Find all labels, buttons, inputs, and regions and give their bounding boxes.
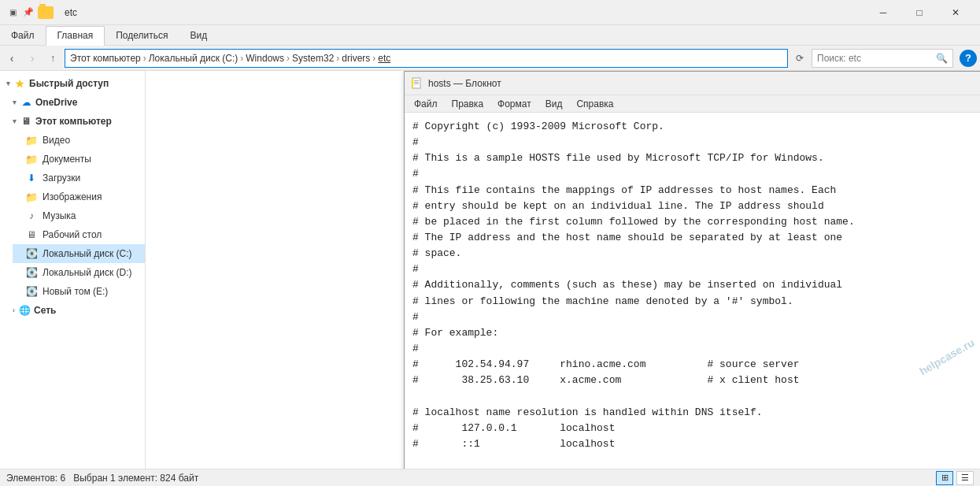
svg-rect-3 <box>414 83 419 84</box>
sidebar-item-d-drive[interactable]: 💽 Локальный диск (D:) <box>13 263 145 282</box>
forward-button[interactable]: › <box>24 50 41 67</box>
sidebar-section-items: ▾ ☁ OneDrive ▾ 🖥 Этот компьютер 📁 Видео … <box>0 93 145 320</box>
address-path[interactable]: Этот компьютер › Локальный диск (C:) › W… <box>65 49 788 68</box>
maximize-button[interactable]: □ <box>901 0 937 25</box>
chevron-right-icon-network: › <box>13 306 15 314</box>
network-icon: 🌐 <box>18 304 31 317</box>
breadcrumb-drivers[interactable]: drivers <box>342 53 370 64</box>
folder-icon-title <box>38 6 54 19</box>
sidebar-images-label: Изображения <box>43 191 102 202</box>
view-controls: ⊞ ☰ <box>936 471 974 485</box>
sidebar-d-drive-label: Локальный диск (D:) <box>43 267 132 278</box>
music-icon: ♪ <box>25 210 38 222</box>
search-box[interactable]: 🔍 <box>812 49 953 68</box>
sidebar-item-desktop[interactable]: 🖥 Рабочий стол <box>13 225 145 244</box>
breadcrumb-drive[interactable]: Локальный диск (C:) <box>149 53 239 64</box>
desktop-icon: 🖥 <box>25 228 38 241</box>
close-button[interactable]: ✕ <box>937 0 974 25</box>
sidebar-item-video[interactable]: 📁 Видео <box>13 131 145 150</box>
breadcrumb-system32[interactable]: System32 <box>292 53 334 64</box>
sidebar-item-c-drive[interactable]: 💽 Локальный диск (C:) <box>13 244 145 263</box>
notepad-menu-help[interactable]: Справка <box>570 97 619 111</box>
tab-home[interactable]: Главная <box>46 26 105 46</box>
refresh-button[interactable]: ⟳ <box>791 50 808 67</box>
quick-access-label: Быстрый доступ <box>29 78 109 89</box>
sidebar-downloads-label: Загрузки <box>43 173 80 184</box>
title-bar: ▣ 📌 etc ─ □ ✕ <box>0 0 980 25</box>
sidebar-item-images[interactable]: 📁 Изображения <box>13 187 145 206</box>
main-area: ▾ ★ Быстрый доступ ▾ ☁ OneDrive ▾ 🖥 Этот… <box>0 71 980 469</box>
sidebar-onedrive[interactable]: ▾ ☁ OneDrive <box>6 93 145 112</box>
notepad-title-bar: hosts — Блокнот ─ □ ✕ <box>405 72 980 95</box>
folder-icon-documents: 📁 <box>25 153 38 165</box>
system-menu-icon[interactable]: ▣ <box>6 6 19 19</box>
search-icon: 🔍 <box>936 53 948 64</box>
notepad-window: hosts — Блокнот ─ □ ✕ Файл Правка Формат… <box>404 71 980 469</box>
svg-rect-2 <box>414 82 419 83</box>
sidebar-video-label: Видео <box>43 135 70 146</box>
address-bar: ‹ › ↑ Этот компьютер › Локальный диск (C… <box>0 46 980 71</box>
tab-file[interactable]: Файл <box>0 25 46 45</box>
sidebar: ▾ ★ Быстрый доступ ▾ ☁ OneDrive ▾ 🖥 Этот… <box>0 71 146 469</box>
back-button[interactable]: ‹ <box>3 50 20 67</box>
tab-view[interactable]: Вид <box>179 25 218 45</box>
breadcrumb-windows[interactable]: Windows <box>246 53 284 64</box>
tab-share[interactable]: Поделиться <box>105 25 179 45</box>
notepad-menu-format[interactable]: Формат <box>491 97 538 111</box>
ribbon: Файл Главная Поделиться Вид <box>0 25 980 46</box>
sidebar-quick-access[interactable]: ▾ ★ Быстрый доступ <box>0 74 145 93</box>
computer-subitems: 📁 Видео 📁 Документы ⬇ Загрузки 📁 Изображ… <box>6 131 145 301</box>
notepad-menu: Файл Правка Формат Вид Справка <box>405 95 980 113</box>
up-button[interactable]: ↑ <box>44 50 61 67</box>
drive-icon-e: 💽 <box>25 285 38 298</box>
this-computer-label: Этот компьютер <box>35 116 112 127</box>
drive-icon-c: 💽 <box>25 247 38 260</box>
svg-rect-4 <box>412 79 413 87</box>
sidebar-item-e-drive[interactable]: 💽 Новый том (E:) <box>13 282 145 301</box>
notepad-title: hosts — Блокнот <box>428 78 976 89</box>
list-view-button[interactable]: ☰ <box>956 471 974 485</box>
notepad-menu-view[interactable]: Вид <box>539 97 569 111</box>
onedrive-label: OneDrive <box>35 97 77 108</box>
notepad-menu-edit[interactable]: Правка <box>446 97 490 111</box>
sidebar-this-computer[interactable]: ▾ 🖥 Этот компьютер <box>6 112 145 131</box>
title-bar-window-icons: ▣ 📌 <box>6 6 58 19</box>
folder-icon-video: 📁 <box>25 134 38 147</box>
help-button[interactable]: ? <box>960 50 977 67</box>
breadcrumb-current[interactable]: etc <box>378 53 390 64</box>
drive-icon-d: 💽 <box>25 266 38 279</box>
sidebar-network[interactable]: › 🌐 Сеть <box>6 301 145 320</box>
sidebar-item-downloads[interactable]: ⬇ Загрузки <box>13 169 145 187</box>
svg-rect-0 <box>412 78 420 88</box>
notepad-menu-file[interactable]: Файл <box>408 97 444 111</box>
folder-icon-images: 📁 <box>25 191 38 203</box>
status-selected: Выбран 1 элемент: 824 байт <box>73 473 198 484</box>
computer-icon: 🖥 <box>20 115 32 128</box>
network-label: Сеть <box>34 305 56 316</box>
minimize-button[interactable]: ─ <box>865 0 901 25</box>
sidebar-item-music[interactable]: ♪ Музыка <box>13 206 145 225</box>
download-icon: ⬇ <box>25 172 38 184</box>
window-controls: ─ □ ✕ <box>865 0 974 25</box>
sidebar-documents-label: Документы <box>43 154 91 165</box>
status-bar: Элементов: 6 Выбран 1 элемент: 824 байт … <box>0 469 980 486</box>
sidebar-c-drive-label: Локальный диск (C:) <box>43 248 132 259</box>
notepad-minimize-button[interactable]: ─ <box>976 74 980 93</box>
chevron-icon: ▾ <box>13 98 17 106</box>
chevron-down-icon-computer: ▾ <box>13 117 17 125</box>
grid-view-button[interactable]: ⊞ <box>936 471 953 485</box>
breadcrumb-computer[interactable]: Этот компьютер <box>70 53 141 64</box>
sidebar-item-documents[interactable]: 📁 Документы <box>13 150 145 169</box>
notepad-app-icon <box>411 77 423 90</box>
svg-rect-1 <box>414 80 419 81</box>
search-input[interactable] <box>817 53 936 64</box>
content-area: hosts hosts — Блокнот ─ □ ✕ Файл Пр <box>146 71 980 469</box>
window-title: etc <box>65 7 865 18</box>
star-icon: ★ <box>13 77 26 90</box>
sidebar-e-drive-label: Новый том (E:) <box>43 286 108 297</box>
notepad-content[interactable]: # Copyright (c) 1993-2009 Microsoft Corp… <box>405 113 980 469</box>
pin-icon: 📌 <box>22 6 35 19</box>
cloud-icon: ☁ <box>20 96 32 109</box>
sidebar-music-label: Музыка <box>43 210 76 221</box>
notepad-text[interactable]: # Copyright (c) 1993-2009 Microsoft Corp… <box>405 113 980 469</box>
